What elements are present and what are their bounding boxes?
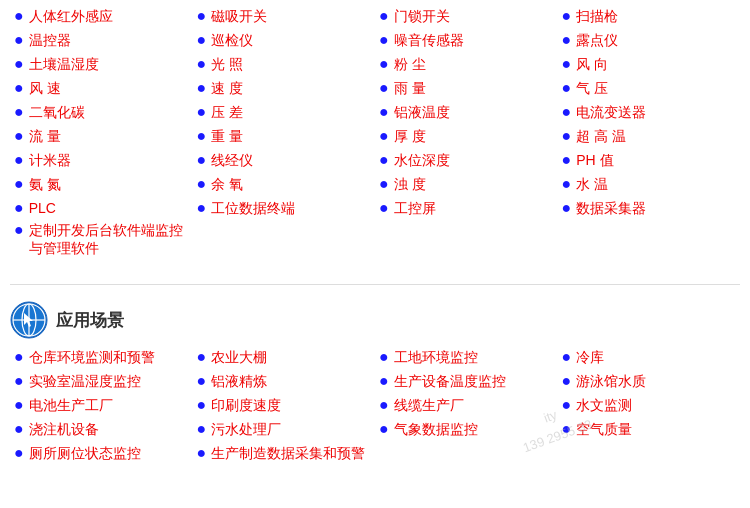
bullet-icon: ● xyxy=(197,32,207,48)
bullet-icon: ● xyxy=(562,104,572,120)
item-label: 温控器 xyxy=(29,32,71,50)
bullet-icon: ● xyxy=(562,8,572,24)
list-item: ●生产设备温度监控 xyxy=(379,373,554,391)
item-label: 生产设备温度监控 xyxy=(394,373,506,391)
list-item: ●光 照 xyxy=(197,56,372,74)
bullet-icon: ● xyxy=(14,222,24,238)
item-label: 印刷度速度 xyxy=(211,397,281,415)
list-item: ●空气质量 xyxy=(562,421,737,439)
bullet-icon: ● xyxy=(197,200,207,216)
item-label: 氨 氮 xyxy=(29,176,61,194)
item-label: 雨 量 xyxy=(394,80,426,98)
list-item: ●氨 氮 xyxy=(14,176,189,194)
item-label: 风 速 xyxy=(29,80,61,98)
item-label: 数据采集器 xyxy=(576,200,646,218)
col2: ●磁吸开关●巡检仪●光 照●速 度●压 差●重 量●线经仪●余 氧●工位数据终端 xyxy=(193,8,376,264)
bullet-icon: ● xyxy=(197,80,207,96)
bullet-icon: ● xyxy=(562,176,572,192)
bullet-icon: ● xyxy=(197,56,207,72)
item-label: 浊 度 xyxy=(394,176,426,194)
bullet-icon: ● xyxy=(562,56,572,72)
bullet-icon: ● xyxy=(14,56,24,72)
item-label: 定制开发后台软件端监控与管理软件 xyxy=(29,222,189,258)
item-label: 厕所厕位状态监控 xyxy=(29,445,141,463)
list-item: ●污水处理厂 xyxy=(197,421,372,439)
list-item: ●水 温 xyxy=(562,176,737,194)
item-label: 巡检仪 xyxy=(211,32,253,50)
bullet-icon: ● xyxy=(562,128,572,144)
list-item: ●噪音传感器 xyxy=(379,32,554,50)
item-label: 扫描枪 xyxy=(576,8,618,26)
bullet-icon: ● xyxy=(379,80,389,96)
item-label: 线缆生产厂 xyxy=(394,397,464,415)
item-label: 生产制造数据采集和预警 xyxy=(211,445,365,463)
list-item: ●二氧化碳 xyxy=(14,104,189,122)
list-item: ●实验室温湿度监控 xyxy=(14,373,189,391)
list-item: ●工控屏 xyxy=(379,200,554,218)
item-label: 实验室温湿度监控 xyxy=(29,373,141,391)
bullet-icon: ● xyxy=(14,349,24,365)
list-item: ●铝液温度 xyxy=(379,104,554,122)
bullet-icon: ● xyxy=(379,373,389,389)
list-item: ●扫描枪 xyxy=(562,8,737,26)
bullet-icon: ● xyxy=(14,200,24,216)
list-item: ●雨 量 xyxy=(379,80,554,98)
bottom-col1: ●仓库环境监测和预警●实验室温湿度监控●电池生产工厂●浇注机设备●厕所厕位状态监… xyxy=(10,349,193,469)
bottom-grid: ●仓库环境监测和预警●实验室温湿度监控●电池生产工厂●浇注机设备●厕所厕位状态监… xyxy=(10,349,740,469)
section-title: 应用场景 xyxy=(56,309,124,332)
bullet-icon: ● xyxy=(14,421,24,437)
bullet-icon: ● xyxy=(562,397,572,413)
item-label: 污水处理厂 xyxy=(211,421,281,439)
list-item: ●线缆生产厂 xyxy=(379,397,554,415)
list-item: ●余 氧 xyxy=(197,176,372,194)
item-label: 速 度 xyxy=(211,80,243,98)
col3: ●门锁开关●噪音传感器●粉 尘●雨 量●铝液温度●厚 度●水位深度●浊 度●工控… xyxy=(375,8,558,264)
bullet-icon: ● xyxy=(14,176,24,192)
list-item: ●人体红外感应 xyxy=(14,8,189,26)
bullet-icon: ● xyxy=(562,152,572,168)
bullet-icon: ● xyxy=(379,349,389,365)
item-label: 露点仪 xyxy=(576,32,618,50)
bullet-icon: ● xyxy=(14,373,24,389)
item-label: 超 高 温 xyxy=(576,128,626,146)
item-label: 余 氧 xyxy=(211,176,243,194)
item-label: 铝液温度 xyxy=(394,104,450,122)
bottom-col4: ●冷库●游泳馆水质●水文监测●空气质量 xyxy=(558,349,741,469)
list-item: ●门锁开关 xyxy=(379,8,554,26)
list-item: ●定制开发后台软件端监控与管理软件 xyxy=(14,222,189,258)
item-label: 工位数据终端 xyxy=(211,200,295,218)
app-scene-icon xyxy=(10,301,48,339)
bullet-icon: ● xyxy=(379,200,389,216)
list-item: ●浇注机设备 xyxy=(14,421,189,439)
item-label: 计米器 xyxy=(29,152,71,170)
bullet-icon: ● xyxy=(379,32,389,48)
item-label: 人体红外感应 xyxy=(29,8,113,26)
bullet-icon: ● xyxy=(197,8,207,24)
bullet-icon: ● xyxy=(379,8,389,24)
list-item: ●粉 尘 xyxy=(379,56,554,74)
item-label: 磁吸开关 xyxy=(211,8,267,26)
list-item: ●电流变送器 xyxy=(562,104,737,122)
item-label: 风 向 xyxy=(576,56,608,74)
top-section: ●人体红外感应●温控器●土壤温湿度●风 速●二氧化碳●流 量●计米器●氨 氮●P… xyxy=(0,0,750,274)
bullet-icon: ● xyxy=(379,176,389,192)
item-label: 浇注机设备 xyxy=(29,421,99,439)
item-label: 流 量 xyxy=(29,128,61,146)
list-item: ●重 量 xyxy=(197,128,372,146)
list-item: ●露点仪 xyxy=(562,32,737,50)
bullet-icon: ● xyxy=(14,32,24,48)
list-item: ●生产制造数据采集和预警 xyxy=(197,445,372,463)
bullet-icon: ● xyxy=(562,200,572,216)
bullet-icon: ● xyxy=(379,421,389,437)
list-item: ●水文监测 xyxy=(562,397,737,415)
bullet-icon: ● xyxy=(379,104,389,120)
list-item: ●温控器 xyxy=(14,32,189,50)
list-item: ●水位深度 xyxy=(379,152,554,170)
list-item: ●电池生产工厂 xyxy=(14,397,189,415)
list-item: ●PLC xyxy=(14,200,189,216)
item-label: 水 温 xyxy=(576,176,608,194)
list-item: ●浊 度 xyxy=(379,176,554,194)
list-item: ●数据采集器 xyxy=(562,200,737,218)
item-label: 水文监测 xyxy=(576,397,632,415)
bullet-icon: ● xyxy=(562,421,572,437)
